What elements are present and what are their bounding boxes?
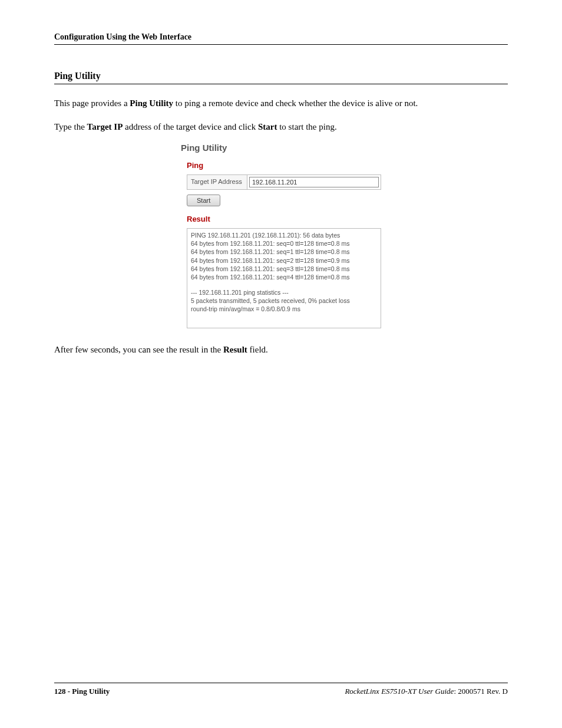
text: Type the xyxy=(54,122,87,131)
start-button[interactable]: Start xyxy=(187,195,220,206)
target-ip-cell xyxy=(247,175,381,189)
footer-left: 128 - Ping Utility xyxy=(54,687,110,696)
page-footer: 128 - Ping Utility RocketLinx ES7510-XT … xyxy=(54,683,508,696)
result-line: 64 bytes from 192.168.11.201: seq=3 ttl=… xyxy=(191,265,377,273)
ss-title: Ping Utility xyxy=(181,143,381,153)
result-line: 64 bytes from 192.168.11.201: seq=1 ttl=… xyxy=(191,248,377,256)
footer-right: RocketLinx ES7510-XT User Guide: 2000571… xyxy=(345,687,508,696)
ss-ping-heading: Ping xyxy=(187,161,381,170)
section-title: Ping Utility xyxy=(54,71,508,84)
text: This page provides a xyxy=(54,98,130,108)
bold-ping-utility: Ping Utility xyxy=(130,98,173,108)
result-output: PING 192.168.11.201 (192.168.11.201): 56… xyxy=(187,228,381,328)
page-header: Configuration Using the Web Interface xyxy=(54,32,508,45)
result-line: --- 192.168.11.201 ping statistics --- xyxy=(191,288,377,297)
paragraph-2: Type the Target IP address of the target… xyxy=(54,120,508,135)
target-ip-label: Target IP Address xyxy=(187,175,247,189)
page-number: 128 xyxy=(54,687,66,696)
bold-target-ip: Target IP xyxy=(87,122,123,131)
product-name: RocketLinx ES7510-XT User Guide xyxy=(345,687,454,696)
footer-sep: - xyxy=(66,687,72,696)
result-line: round-trip min/avg/max = 0.8/0.8/0.9 ms xyxy=(191,305,377,313)
paragraph-3: After few seconds, you can see the resul… xyxy=(54,342,508,358)
text: to ping a remote device and check whethe… xyxy=(173,98,418,108)
target-ip-row: Target IP Address xyxy=(187,174,381,190)
result-line: 5 packets transmitted, 5 packets receive… xyxy=(191,297,377,305)
result-line: 64 bytes from 192.168.11.201: seq=0 ttl=… xyxy=(191,239,377,248)
text: address of the target device and click xyxy=(123,122,258,131)
result-line: PING 192.168.11.201 (192.168.11.201): 56… xyxy=(191,231,377,239)
result-line: 64 bytes from 192.168.11.201: seq=4 ttl=… xyxy=(191,273,377,281)
bold-start: Start xyxy=(258,122,277,131)
target-ip-input[interactable] xyxy=(249,177,379,187)
text: to start the ping. xyxy=(277,122,336,131)
footer-section: Ping Utility xyxy=(72,687,110,696)
bold-result: Result xyxy=(223,345,247,354)
text: After few seconds, you can see the resul… xyxy=(54,345,223,354)
result-line: 64 bytes from 192.168.11.201: seq=2 ttl=… xyxy=(191,256,377,265)
paragraph-1: This page provides a Ping Utility to pin… xyxy=(54,96,508,111)
button-row: Start xyxy=(187,195,381,206)
doc-rev: : 2000571 Rev. D xyxy=(454,687,508,696)
embedded-screenshot: Ping Utility Ping Target IP Address Star… xyxy=(54,143,508,328)
ss-result-heading: Result xyxy=(187,215,381,223)
text: field. xyxy=(247,345,268,354)
